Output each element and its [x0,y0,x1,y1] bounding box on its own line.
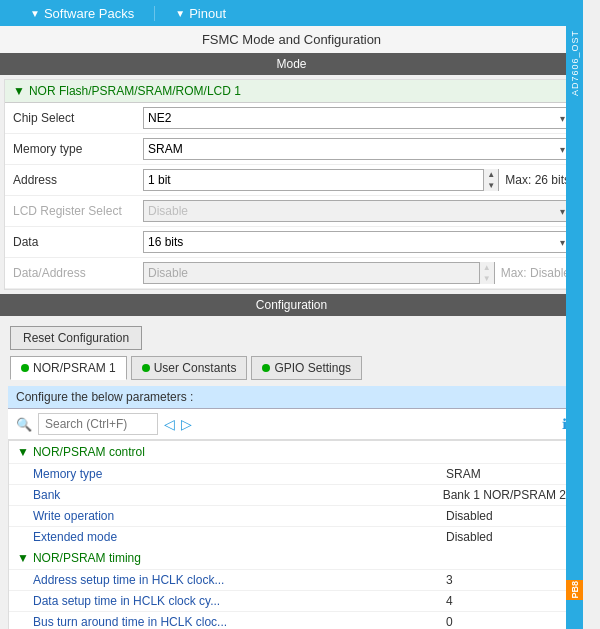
pinout-chevron: ▼ [175,8,185,19]
lcd-register-control: Disable ▾ [143,200,570,222]
memory-type-label: Memory type [13,142,143,156]
data-select[interactable]: 16 bits 8 bits [144,232,569,252]
address-row: Address ▲ ▼ Max: 26 bits [5,165,578,196]
tab-user-constants-label: User Constants [154,361,237,375]
tab-nor-psram-1-label: NOR/PSRAM 1 [33,361,116,375]
search-bar: 🔍 ◁ ▷ ℹ [8,409,575,440]
chip-select-row: Chip Select NE2 NE1 NE3 NE4 ▾ [5,103,578,134]
data-address-control-group: ▲ ▼ Max: Disable [143,262,570,284]
tab-gpio-settings[interactable]: GPIO Settings [251,356,362,380]
tab-nor-psram-1-dot [21,364,29,372]
param-value-bus-turnaround: 0 [446,615,566,629]
param-row-bank: Bank Bank 1 NOR/PSRAM 2 [9,484,574,505]
tab-gpio-settings-dot [262,364,270,372]
top-nav: ▼ Software Packs ▼ Pinout [0,0,583,26]
page-title: FSMC Mode and Configuration [0,26,583,53]
data-address-up-arrow: ▲ [480,262,494,273]
config-section-header: Configuration [0,294,583,316]
timing-group-header[interactable]: ▼ NOR/PSRAM timing [9,547,574,569]
search-input[interactable] [38,413,158,435]
tab-gpio-settings-label: GPIO Settings [274,361,351,375]
tab-user-constants-dot [142,364,150,372]
timing-group-chevron: ▼ [17,551,29,565]
control-group-label: NOR/PSRAM control [33,445,145,459]
param-name-write-op: Write operation [33,509,446,523]
search-icon: 🔍 [16,417,32,432]
next-arrow[interactable]: ▷ [181,416,192,432]
nor-group-label: NOR Flash/PSRAM/SRAM/ROM/LCD 1 [29,84,241,98]
data-label: Data [13,235,143,249]
right-strip: AD7606_OST [566,0,583,629]
chip-select-select[interactable]: NE2 NE1 NE3 NE4 [144,108,569,128]
config-section: Reset Configuration NOR/PSRAM 1 User Con… [4,320,579,629]
param-name-memory-type: Memory type [33,467,446,481]
chip-select-label: Chip Select [13,111,143,125]
data-control[interactable]: 16 bits 8 bits ▾ [143,231,570,253]
pinout-nav[interactable]: ▼ Pinout [155,6,246,21]
pinout-label: Pinout [189,6,226,21]
orange-bar-text: PB8 [570,581,580,599]
param-row-data-setup: Data setup time in HCLK clock cy... 4 [9,590,574,611]
info-bar: Configure the below parameters : [8,386,575,409]
data-row: Data 16 bits 8 bits ▾ [5,227,578,258]
param-name-data-setup: Data setup time in HCLK clock cy... [33,594,446,608]
memory-type-select[interactable]: SRAM PSRAM NOR Flash [144,139,569,159]
mode-section: ▼ NOR Flash/PSRAM/SRAM/ROM/LCD 1 Chip Se… [4,79,579,290]
address-up-arrow[interactable]: ▲ [484,169,498,180]
chip-select-control[interactable]: NE2 NE1 NE3 NE4 ▾ [143,107,570,129]
param-tree: ▼ NOR/PSRAM control Memory type SRAM Ban… [8,440,575,629]
param-row-write-op: Write operation Disabled [9,505,574,526]
data-address-down-arrow: ▼ [480,273,494,284]
param-name-bus-turnaround: Bus turn around time in HCLK cloc... [33,615,446,629]
param-row-extended-mode: Extended mode Disabled [9,526,574,547]
param-value-bank: Bank 1 NOR/PSRAM 2 [443,488,566,502]
param-row-bus-turnaround: Bus turn around time in HCLK cloc... 0 [9,611,574,629]
software-packs-label: Software Packs [44,6,134,21]
address-spinbox[interactable]: ▲ ▼ [143,169,499,191]
address-arrows: ▲ ▼ [483,169,498,191]
software-packs-nav[interactable]: ▼ Software Packs [10,6,155,21]
address-down-arrow[interactable]: ▼ [484,180,498,191]
param-value-data-setup: 4 [446,594,566,608]
memory-type-row: Memory type SRAM PSRAM NOR Flash ▾ [5,134,578,165]
tab-user-constants[interactable]: User Constants [131,356,248,380]
param-name-bank: Bank [33,488,443,502]
data-address-input [144,263,479,283]
control-group-header[interactable]: ▼ NOR/PSRAM control [9,441,574,463]
param-value-memory-type: SRAM [446,467,566,481]
data-address-label: Data/Address [13,266,143,280]
param-value-addr-setup: 3 [446,573,566,587]
right-strip-text: AD7606_OST [570,30,580,96]
reset-config-button[interactable]: Reset Configuration [10,326,142,350]
tab-nor-psram-1[interactable]: NOR/PSRAM 1 [10,356,127,380]
lcd-register-select: Disable [144,201,569,221]
timing-group-label: NOR/PSRAM timing [33,551,141,565]
orange-bar: PB8 [566,580,583,600]
nor-group-chevron: ▼ [13,84,25,98]
address-input[interactable] [144,170,483,190]
param-name-addr-setup: Address setup time in HCLK clock... [33,573,446,587]
lcd-register-label: LCD Register Select [13,204,143,218]
nor-group-header[interactable]: ▼ NOR Flash/PSRAM/SRAM/ROM/LCD 1 [5,80,578,103]
address-control-group: ▲ ▼ Max: 26 bits [143,169,570,191]
lcd-register-row: LCD Register Select Disable ▾ [5,196,578,227]
param-value-extended-mode: Disabled [446,530,566,544]
prev-arrow[interactable]: ◁ [164,416,175,432]
data-address-spinbox: ▲ ▼ [143,262,495,284]
data-address-max-label: Max: Disable [501,266,570,280]
param-row-addr-setup: Address setup time in HCLK clock... 3 [9,569,574,590]
data-address-row: Data/Address ▲ ▼ Max: Disable [5,258,578,289]
config-tabs: NOR/PSRAM 1 User Constants GPIO Settings [4,356,579,386]
param-row-memory-type: Memory type SRAM [9,463,574,484]
data-address-arrows: ▲ ▼ [479,262,494,284]
address-max-label: Max: 26 bits [505,173,570,187]
address-label: Address [13,173,143,187]
memory-type-control[interactable]: SRAM PSRAM NOR Flash ▾ [143,138,570,160]
mode-section-header: Mode [0,53,583,75]
software-packs-chevron: ▼ [30,8,40,19]
param-name-extended-mode: Extended mode [33,530,446,544]
param-value-write-op: Disabled [446,509,566,523]
control-group-chevron: ▼ [17,445,29,459]
